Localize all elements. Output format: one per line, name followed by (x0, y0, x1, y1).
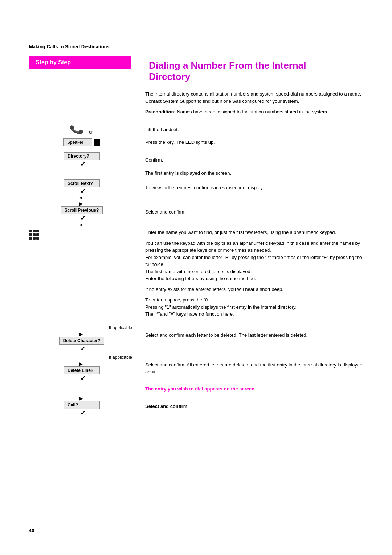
confirm-check-4: ✓ (80, 187, 86, 195)
delete-char-key[interactable]: Delete Character? (59, 337, 105, 345)
step-7-instruction: Select and confirm each letter to be del… (145, 332, 363, 339)
if-applicable-1-row: If applicable (29, 324, 363, 331)
step-3-instruction: Confirm. (145, 157, 363, 164)
precondition-label: Precondition: (145, 109, 176, 114)
section-title: Making Calls to Stored Destinations (29, 44, 110, 49)
intro-paragraph: The internal directory contains all stat… (145, 90, 363, 105)
step-8-instruction: Select and confirm. All entered letters … (145, 361, 363, 376)
if-applicable-2-row: If applicable (29, 353, 363, 361)
led-indicator (94, 139, 100, 146)
triangle-7: ▶ (79, 332, 83, 337)
step-1-instruction: Lift the handset. (145, 126, 363, 133)
triangle-8: ▶ (79, 361, 83, 366)
or-row-3: or (29, 222, 363, 227)
step-3b-firstentry: The first entry is displayed on the scre… (29, 170, 363, 177)
step-3b-instruction: The first entry is displayed on the scre… (145, 170, 363, 177)
step-9-instruction: Select and confirm. (145, 404, 363, 409)
page-number: 40 (29, 528, 34, 533)
highlight-text: The entry you wish to dial appears on th… (145, 386, 363, 392)
title-line2: Directory (149, 71, 190, 82)
or-label-3: or (79, 222, 83, 227)
or-label-1: or (89, 130, 93, 135)
confirm-check-5: ✓ (80, 214, 86, 222)
step-6-instruction-4: To enter a space, press the "0". Pressin… (145, 296, 363, 318)
step-9-call: ▶ Call? ✓ Select and confirm. (29, 396, 363, 417)
keypad-icon (29, 230, 39, 240)
handset-icon: 📞 (69, 122, 85, 137)
precondition-body: Names have been assigned to the station … (176, 109, 328, 114)
confirm-check-7: ✓ (80, 345, 86, 353)
step-by-step-label: Step by Step (36, 59, 71, 65)
step-6-instruction-1: Enter the name you want to find, or just… (145, 229, 363, 236)
delete-line-key[interactable]: Delete Line? (64, 366, 100, 374)
speaker-key[interactable]: Speaker (63, 138, 92, 146)
steps-left-column (29, 90, 138, 121)
step-6-instruction-2: You can use the keypad with the digits a… (145, 240, 363, 282)
if-applicable-label-1: If applicable (109, 325, 134, 330)
step-8-delete-line: ▶ Delete Line? ✓ Select and confirm. All… (29, 361, 363, 382)
step-6-keypad: Enter the name you want to find, or just… (29, 229, 363, 321)
step-4-instruction: To view further entries, confirm each su… (145, 184, 363, 191)
page-title: Dialing a Number From the Internal Direc… (149, 60, 363, 82)
step-6-instruction-3: If no entry exists for the entered lette… (145, 286, 363, 293)
or-label-2: or (79, 195, 83, 200)
step-by-step-banner: Step by Step (29, 56, 131, 69)
precondition-paragraph: Precondition: Names have been assigned t… (145, 108, 363, 116)
call-key[interactable]: Call? (64, 401, 100, 409)
scroll-next-key[interactable]: Scroll Next? (64, 179, 100, 187)
section-header: Making Calls to Stored Destinations (29, 44, 363, 49)
scroll-prev-key[interactable]: Scroll Previous? (61, 206, 103, 214)
confirm-check-8: ✓ (80, 374, 86, 382)
step-4-scroll-next: Scroll Next? ✓ To view further entries, … (29, 179, 363, 195)
step-3-directory: Directory? ✓ Confirm. (29, 152, 363, 168)
section-divider (29, 52, 363, 52)
step-1-handset: 📞 or Lift the handset. (29, 123, 363, 135)
confirm-check-9: ✓ (80, 409, 86, 417)
step-2-instruction: Press the key. The LED lights up. (145, 139, 363, 146)
confirm-check-3: ✓ (80, 160, 86, 168)
directory-key[interactable]: Directory? (64, 152, 100, 160)
step-5-scroll-prev: ▶ Scroll Previous? ✓ Select and confirm. (29, 201, 363, 222)
triangle-5: ▶ (79, 201, 83, 206)
step-2-speaker: Speaker Press the key. The LED lights up… (29, 138, 363, 146)
step-7-delete-char: ▶ Delete Character? ✓ Select and confirm… (29, 332, 363, 353)
or-row-2: or (29, 195, 363, 200)
if-applicable-label-2: If applicable (109, 355, 134, 360)
triangle-9: ▶ (79, 396, 83, 401)
title-line1: Dialing a Number From the Internal (149, 60, 306, 71)
step-5-instruction: Select and confirm. (145, 208, 363, 216)
intro-text-area: The internal directory contains all stat… (138, 90, 363, 121)
highlight-row: The entry you wish to dial appears on th… (29, 386, 363, 394)
